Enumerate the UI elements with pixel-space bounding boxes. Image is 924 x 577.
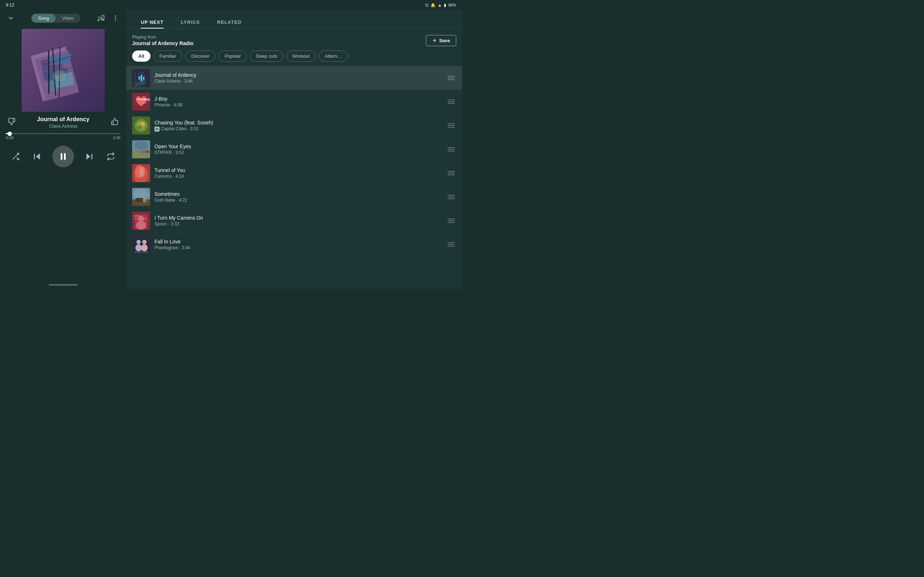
track-meta: Open Your Eyes STRFKR · 3:53 bbox=[155, 143, 442, 155]
track-name: Journal of Ardency bbox=[155, 72, 442, 78]
drag-handle[interactable] bbox=[446, 169, 456, 177]
track-sub: ECapital Cities · 3:51 bbox=[155, 126, 442, 132]
like-button[interactable] bbox=[109, 118, 121, 127]
svg-point-80 bbox=[142, 240, 147, 244]
track-row[interactable]: PHOENIX KLANG J-Boy Phoenix · 4:08 bbox=[126, 90, 462, 114]
song-video-toggle[interactable]: Song Video bbox=[31, 14, 80, 23]
save-label: Save bbox=[439, 38, 450, 43]
pause-button[interactable] bbox=[52, 146, 74, 167]
track-title-area: Journal of Ardency Class Actress bbox=[17, 116, 109, 129]
drag-handle[interactable] bbox=[446, 146, 456, 153]
filter-popular[interactable]: Popular bbox=[218, 50, 247, 62]
playing-from-name: Journal of Ardency Radio bbox=[132, 40, 194, 46]
track-row[interactable]: Journal of Ardency Class Actress · 3:46 bbox=[126, 66, 462, 90]
tab-lyrics[interactable]: LYRICS bbox=[172, 19, 208, 29]
track-thumbnail bbox=[132, 116, 150, 134]
drag-handle[interactable] bbox=[446, 241, 456, 248]
playing-from-info: Playing from Journal of Ardency Radio bbox=[132, 35, 194, 46]
top-controls: Song Video bbox=[0, 10, 126, 26]
progress-bar[interactable] bbox=[6, 133, 121, 134]
track-sub: Phoenix · 4:08 bbox=[155, 102, 442, 108]
tab-up-next[interactable]: UP NEXT bbox=[132, 19, 172, 29]
svg-rect-39 bbox=[141, 75, 142, 81]
filter-altern[interactable]: Altern… bbox=[319, 50, 348, 62]
track-sub: Phantogram · 3:44 bbox=[155, 245, 442, 250]
track-sub: Class Actress · 3:46 bbox=[155, 79, 442, 84]
svg-rect-25 bbox=[64, 153, 66, 160]
track-thumbnail bbox=[132, 164, 150, 182]
progress-container[interactable]: 0:08 3:45 bbox=[0, 129, 126, 141]
drag-handle[interactable] bbox=[446, 122, 456, 129]
cast-icon: ⊡ bbox=[425, 3, 428, 8]
tab-song[interactable]: Song bbox=[31, 14, 55, 23]
svg-text:GIMME FICTION: GIMME FICTION bbox=[133, 218, 147, 220]
svg-point-48 bbox=[137, 126, 142, 129]
drag-handle[interactable] bbox=[446, 74, 456, 82]
track-name: Open Your Eyes bbox=[155, 143, 442, 149]
svg-rect-38 bbox=[139, 76, 140, 80]
battery-icon: ▮ bbox=[444, 3, 446, 8]
filter-all[interactable]: All bbox=[132, 50, 150, 62]
svg-point-62 bbox=[139, 167, 145, 177]
filter-deep-cuts[interactable]: Deep cuts bbox=[250, 50, 283, 62]
svg-marker-26 bbox=[86, 153, 90, 160]
track-meta: Tunnel of You Cannons · 4:24 bbox=[155, 167, 442, 179]
track-row[interactable]: Sometimes Goth Babe · 4:22 bbox=[126, 185, 462, 209]
progress-times: 0:08 3:45 bbox=[6, 135, 121, 140]
svg-rect-1 bbox=[102, 16, 104, 20]
track-sub: Spoon · 3:33 bbox=[155, 221, 442, 226]
top-right-icons bbox=[96, 13, 121, 23]
track-meta: Fall In Love Phantogram · 3:44 bbox=[155, 239, 442, 250]
save-button[interactable]: Save bbox=[426, 35, 456, 46]
status-icons: ⊡ 🔔 ▲ ▮ 90% bbox=[425, 3, 456, 8]
cast-button[interactable] bbox=[96, 13, 106, 23]
svg-point-3 bbox=[115, 16, 116, 16]
album-art bbox=[22, 29, 105, 112]
track-info: Journal of Ardency Class Actress bbox=[0, 116, 126, 129]
svg-rect-67 bbox=[136, 198, 143, 202]
filter-workout[interactable]: Workout bbox=[286, 50, 316, 62]
track-name: Sometimes bbox=[155, 191, 442, 197]
collapse-button[interactable] bbox=[6, 13, 16, 23]
status-time: 9:12 bbox=[6, 3, 14, 8]
battery-percent: 90% bbox=[448, 3, 456, 7]
repeat-button[interactable] bbox=[104, 150, 117, 163]
track-meta: Journal of Ardency Class Actress · 3:46 bbox=[155, 72, 442, 84]
track-row[interactable]: PHANTOGRAM Fall In Love Phantogram · 3:4… bbox=[126, 233, 462, 256]
progress-current: 0:08 bbox=[6, 135, 13, 140]
track-row[interactable]: SPOON GIMME FICTION I Turn My Camera On … bbox=[126, 209, 462, 233]
drag-handle[interactable] bbox=[446, 193, 456, 200]
progress-total: 3:45 bbox=[113, 135, 121, 140]
svg-rect-40 bbox=[143, 77, 144, 80]
track-name: I Turn My Camera On bbox=[155, 215, 442, 221]
tab-related[interactable]: RELATED bbox=[208, 19, 250, 29]
track-thumbnail bbox=[132, 188, 150, 206]
filter-discover[interactable]: Discover bbox=[185, 50, 216, 62]
dislike-button[interactable] bbox=[6, 118, 17, 127]
svg-marker-22 bbox=[36, 153, 40, 160]
tab-video[interactable]: Video bbox=[56, 14, 81, 23]
track-title: Journal of Ardency bbox=[17, 116, 109, 122]
svg-point-0 bbox=[97, 20, 99, 21]
svg-point-57 bbox=[135, 141, 148, 150]
track-meta: Sometimes Goth Babe · 4:22 bbox=[155, 191, 442, 203]
next-button[interactable] bbox=[82, 150, 96, 163]
previous-button[interactable] bbox=[31, 150, 44, 163]
track-sub: STRFKR · 3:53 bbox=[155, 150, 442, 155]
bottom-indicator bbox=[49, 284, 78, 285]
right-tabs: UP NEXT LYRICS RELATED bbox=[126, 10, 462, 29]
bell-icon: 🔔 bbox=[431, 3, 436, 8]
more-options-button[interactable] bbox=[110, 13, 121, 23]
track-meta: Chasing You (feat. Soseh) ECapital Citie… bbox=[155, 120, 442, 132]
track-row[interactable]: Chasing You (feat. Soseh) ECapital Citie… bbox=[126, 114, 462, 137]
track-row[interactable]: Open Your Eyes STRFKR · 3:53 bbox=[126, 137, 462, 161]
drag-handle[interactable] bbox=[446, 217, 456, 224]
playing-from-label: Playing from bbox=[132, 35, 194, 40]
track-thumbnail: PHANTOGRAM bbox=[132, 235, 150, 253]
filter-familiar[interactable]: Familiar bbox=[153, 50, 182, 62]
track-row[interactable]: Tunnel of You Cannons · 4:24 bbox=[126, 161, 462, 185]
shuffle-button[interactable] bbox=[9, 150, 22, 163]
track-sub: Goth Babe · 4:22 bbox=[155, 198, 442, 203]
svg-point-49 bbox=[143, 127, 146, 129]
drag-handle[interactable] bbox=[446, 98, 456, 105]
